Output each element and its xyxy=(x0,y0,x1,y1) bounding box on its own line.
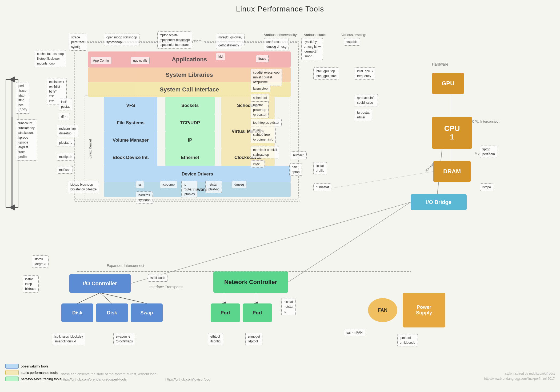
network-controller-component: Network Controller xyxy=(213,271,288,293)
tcpudp-box: TCP/UDP xyxy=(165,114,215,131)
various-obs-label: Various, observability: xyxy=(264,33,298,37)
gpu-component: GPU xyxy=(432,73,464,94)
tool-snmpget: snmpget lldptool xyxy=(245,333,262,345)
firmware-box: Firmware xyxy=(104,182,291,197)
tool-lstopo: lstopo xyxy=(480,183,493,191)
legend-static: static performance tools xyxy=(5,370,61,375)
tool-funccount: funccount funclatency stackcount kprobe … xyxy=(16,119,37,161)
tool-sar-fan: sar -m FAN xyxy=(344,329,365,336)
tool-lsof: lsof pcstat xyxy=(59,98,72,110)
tool-hardirqs: hardirqs ttysnoop xyxy=(136,191,153,204)
dram-component: DRAM xyxy=(433,161,471,182)
link-perf-tools[interactable]: https://github.com/brendangregg/perf-too… xyxy=(61,377,127,381)
file-systems-box: File Systems xyxy=(104,114,157,131)
tool-df: df -h xyxy=(59,113,70,120)
block-device-box: Block Device Int. xyxy=(104,149,157,166)
tool-cachestat: cachestat dcsnoop filetop fileslower mou… xyxy=(35,50,66,67)
port1-component: Port xyxy=(211,303,240,322)
expander-interconnect-label: Expander Interconnect xyxy=(107,263,144,268)
cpu-interconnect-label: CPU Interconnect xyxy=(472,119,499,123)
tool-storcli: storcli MegaCli xyxy=(32,255,49,268)
tool-nicstat: nicstat netstat ip xyxy=(281,298,296,315)
tool-proc-cpuinfo: /proc/cpuinfo cpuid lscpu xyxy=(355,94,378,106)
tool-ltrace: ltrace xyxy=(256,55,269,62)
tool-sys-dots: /sys/... xyxy=(251,160,265,168)
ethernet-box: Ethernet xyxy=(165,149,215,166)
tool-perf-tiptop: perf tiptop xyxy=(289,163,302,176)
tool-multipath: multipath xyxy=(57,153,75,161)
tool-ipmitool: ipmitool dmidecode xyxy=(397,334,418,346)
tool-tcpdump: tcpdump xyxy=(160,181,177,188)
fan-component: FAN xyxy=(368,298,397,322)
tool-iosat-iotop: iostat iotop blktrace xyxy=(23,275,39,293)
tool-opensnoop: opensnoop statsnoop syncsnoop xyxy=(104,34,139,46)
hardware-label: Hardware xyxy=(432,62,448,66)
page-title: Linux Performance Tools xyxy=(0,0,560,15)
svg-line-7 xyxy=(328,171,433,189)
tool-pidstat-d: pidstat -d xyxy=(57,139,75,146)
credits: style inspired by reddit.com/u/redct htt… xyxy=(484,371,555,381)
tool-swapon: swapon -s /proc/swaps xyxy=(113,333,135,345)
kernel-label: Linux Kernel xyxy=(88,139,92,158)
tool-mpstat: mpstat powertop /proc/stat xyxy=(251,101,269,118)
device-drivers-box: Device Drivers xyxy=(104,166,291,182)
tool-llcstat: llcstat profile xyxy=(313,162,327,174)
sockets-box: Sockets xyxy=(165,97,215,114)
svg-line-18 xyxy=(77,293,100,303)
tool-mdflush: mdflush xyxy=(57,166,73,174)
tool-tiptop: tiptop perf pcm xyxy=(480,146,497,158)
tool-numactl: numactl xyxy=(291,151,307,159)
svg-line-5 xyxy=(288,202,411,282)
tool-lspci: lspci lsusb xyxy=(148,274,167,282)
ip-box: IP xyxy=(165,131,215,149)
tool-gethostlatency: gethostlatency xyxy=(216,42,241,49)
tool-intel-gpu-top: intel_gpu_top intel_gpu_time xyxy=(313,67,339,80)
legend: observability tools static performance t… xyxy=(5,364,61,381)
tool-biotop: biotop biosnoop biolatency bitesize xyxy=(68,181,99,193)
tool-sar-proc: sar /proc dmesg dmesg xyxy=(264,38,289,50)
tool-ip-route: ip route iptables xyxy=(181,181,197,198)
tool-netstat: netstat iptraf-ng xyxy=(205,181,222,193)
interface-transports-label: Interface Transports xyxy=(149,285,183,289)
tool-perf-ftrace: perf ftrace stap lttng bcc (BPF) xyxy=(16,82,29,114)
svg-line-20 xyxy=(100,293,147,303)
diagram-area: Operating System Applications System Lib… xyxy=(0,15,560,386)
io-bridge-component: I/O Bridge xyxy=(411,194,467,210)
link-bcc[interactable]: https://github.com/iovisor/bcc xyxy=(165,377,210,381)
disk1-component: Disk xyxy=(61,303,93,322)
tool-cpudist: cpudist execsnoop runlat cpudist offcput… xyxy=(251,69,282,86)
tool-turbostat: turbostat rdmsr xyxy=(355,109,372,121)
svg-line-19 xyxy=(100,293,112,303)
tool-tcptop: tcptop tcplife tcpconnect tcpaccept tcpc… xyxy=(157,31,192,49)
tool-ldd: ldd xyxy=(216,53,225,60)
tool-sysctl: sysctl /sys dmesg lshw journalctl lsmod xyxy=(301,38,323,60)
legend-observability: observability tools xyxy=(5,364,61,369)
cpu-component: CPU 1 xyxy=(432,117,472,149)
tool-ethtool: ethtool ifconfig xyxy=(208,333,223,345)
port2-component: Port xyxy=(243,303,272,322)
tool-vmstat: vmstat slabtop free /proc/meminfo xyxy=(251,126,276,143)
tool-dmesg-net: dmesg xyxy=(232,181,246,188)
tool-lsblk: lsblk lsscsi blockdev smartctl fdisk -l xyxy=(52,333,85,345)
power-supply-component: Power Supply xyxy=(403,293,445,327)
tool-numastat: numastat xyxy=(313,183,331,191)
tool-schedtool: schedtool xyxy=(251,94,269,102)
tool-app-config: App Config xyxy=(91,57,111,64)
tool-ss: ss xyxy=(136,181,144,188)
tool-latencytop: latencytop xyxy=(251,85,270,92)
tool-top-htop: top htop ps pidstat xyxy=(251,119,282,126)
various-static-label: Various, static: xyxy=(304,33,326,37)
tool-mdadm: mdadm lvm dmsetup xyxy=(57,125,78,137)
tool-capable: capable xyxy=(344,38,360,46)
tool-memleak: memleak oomkill slabratetop xyxy=(251,146,279,158)
vfs-box: VFS xyxy=(104,97,157,114)
tool-ugc: ugc ucalls xyxy=(131,57,150,64)
legend-tracing: perf-tools/bcc tracing tools xyxy=(5,377,61,381)
io-controller-component: I/O Controller xyxy=(69,274,131,293)
swap-component: Swap xyxy=(131,303,163,322)
various-tracing-label: Various, tracing: xyxy=(341,33,366,37)
disk2-component: Disk xyxy=(96,303,128,322)
tool-strace: strace perf trace sysdig xyxy=(69,34,87,51)
volume-manager-box: Volume Manager xyxy=(104,131,157,149)
tool-intel-gpu-freq: intel_gpu_\ frequency xyxy=(355,67,375,80)
